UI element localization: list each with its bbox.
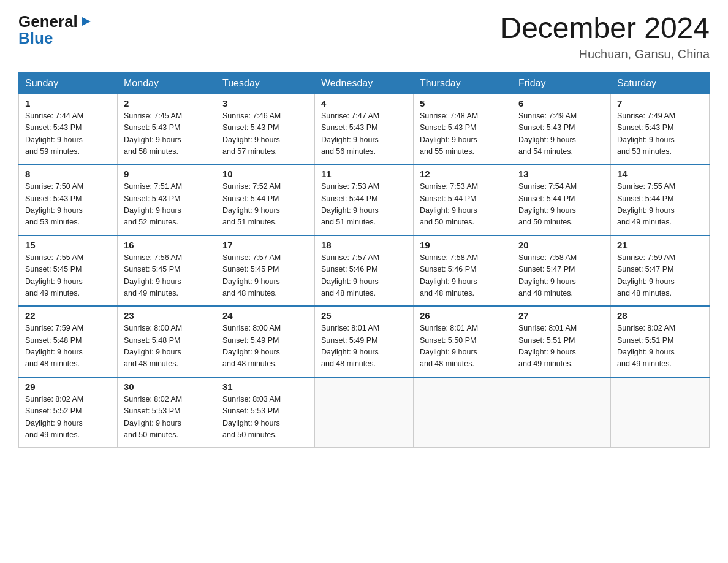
day-number: 7 <box>617 98 703 109</box>
col-header-friday: Friday <box>512 72 611 94</box>
calendar-cell <box>315 377 414 448</box>
calendar-cell: 16 Sunrise: 7:56 AMSunset: 5:45 PMDaylig… <box>118 236 216 307</box>
day-number: 24 <box>222 310 308 321</box>
day-info: Sunrise: 8:02 AMSunset: 5:51 PMDaylight:… <box>617 323 703 370</box>
calendar-cell: 25 Sunrise: 8:01 AMSunset: 5:49 PMDaylig… <box>315 306 414 377</box>
calendar-cell: 7 Sunrise: 7:49 AMSunset: 5:43 PMDayligh… <box>611 94 710 164</box>
day-number: 5 <box>420 98 506 109</box>
day-info: Sunrise: 7:51 AMSunset: 5:43 PMDaylight:… <box>124 181 210 229</box>
calendar-cell <box>611 377 710 448</box>
day-info: Sunrise: 8:02 AMSunset: 5:52 PMDaylight:… <box>25 394 111 442</box>
calendar-cell: 1 Sunrise: 7:44 AMSunset: 5:43 PMDayligh… <box>19 94 118 164</box>
logo: General Blue <box>18 12 92 48</box>
day-number: 18 <box>321 240 407 250</box>
col-header-saturday: Saturday <box>611 72 710 94</box>
calendar-cell: 14 Sunrise: 7:55 AMSunset: 5:44 PMDaylig… <box>611 164 710 236</box>
col-header-monday: Monday <box>118 72 216 94</box>
day-info: Sunrise: 8:01 AMSunset: 5:51 PMDaylight:… <box>518 323 604 370</box>
day-info: Sunrise: 7:49 AMSunset: 5:43 PMDaylight:… <box>617 110 703 158</box>
calendar-cell: 24 Sunrise: 8:00 AMSunset: 5:49 PMDaylig… <box>216 306 315 377</box>
day-number: 2 <box>124 98 210 109</box>
col-header-wednesday: Wednesday <box>315 72 414 94</box>
calendar-cell: 2 Sunrise: 7:45 AMSunset: 5:43 PMDayligh… <box>118 94 216 164</box>
day-info: Sunrise: 7:53 AMSunset: 5:44 PMDaylight:… <box>321 181 407 229</box>
calendar-cell: 5 Sunrise: 7:48 AMSunset: 5:43 PMDayligh… <box>414 94 512 164</box>
calendar-cell: 17 Sunrise: 7:57 AMSunset: 5:45 PMDaylig… <box>216 236 315 307</box>
calendar-cell: 23 Sunrise: 8:00 AMSunset: 5:48 PMDaylig… <box>118 306 216 377</box>
calendar-cell: 27 Sunrise: 8:01 AMSunset: 5:51 PMDaylig… <box>512 306 611 377</box>
col-header-tuesday: Tuesday <box>216 72 315 94</box>
calendar-subtitle: Huchuan, Gansu, China <box>500 47 710 61</box>
day-info: Sunrise: 7:58 AMSunset: 5:47 PMDaylight:… <box>518 252 604 300</box>
day-number: 23 <box>124 310 210 321</box>
calendar-week-row: 8 Sunrise: 7:50 AMSunset: 5:43 PMDayligh… <box>19 164 710 236</box>
day-info: Sunrise: 7:49 AMSunset: 5:43 PMDaylight:… <box>518 110 604 158</box>
calendar-cell: 31 Sunrise: 8:03 AMSunset: 5:53 PMDaylig… <box>216 377 315 448</box>
day-number: 8 <box>25 169 111 179</box>
day-number: 27 <box>518 310 604 321</box>
day-info: Sunrise: 7:53 AMSunset: 5:44 PMDaylight:… <box>420 181 506 229</box>
day-info: Sunrise: 8:00 AMSunset: 5:48 PMDaylight:… <box>124 323 210 370</box>
day-number: 20 <box>518 240 604 250</box>
day-number: 12 <box>420 169 506 179</box>
day-number: 30 <box>124 381 210 392</box>
calendar-week-row: 15 Sunrise: 7:55 AMSunset: 5:45 PMDaylig… <box>19 236 710 307</box>
day-info: Sunrise: 7:47 AMSunset: 5:43 PMDaylight:… <box>321 110 407 158</box>
day-info: Sunrise: 7:56 AMSunset: 5:45 PMDaylight:… <box>124 252 210 300</box>
title-area: December 2024 Huchuan, Gansu, China <box>500 12 710 61</box>
calendar-week-row: 22 Sunrise: 7:59 AMSunset: 5:48 PMDaylig… <box>19 306 710 377</box>
day-number: 15 <box>25 240 111 250</box>
day-number: 16 <box>124 240 210 250</box>
calendar-cell: 4 Sunrise: 7:47 AMSunset: 5:43 PMDayligh… <box>315 94 414 164</box>
calendar-cell: 18 Sunrise: 7:57 AMSunset: 5:46 PMDaylig… <box>315 236 414 307</box>
day-info: Sunrise: 7:55 AMSunset: 5:45 PMDaylight:… <box>25 252 111 300</box>
day-info: Sunrise: 7:55 AMSunset: 5:44 PMDaylight:… <box>617 181 703 229</box>
col-header-sunday: Sunday <box>19 72 118 94</box>
calendar-cell: 29 Sunrise: 8:02 AMSunset: 5:52 PMDaylig… <box>19 377 118 448</box>
day-info: Sunrise: 7:57 AMSunset: 5:45 PMDaylight:… <box>222 252 308 300</box>
day-info: Sunrise: 8:02 AMSunset: 5:53 PMDaylight:… <box>124 394 210 442</box>
day-number: 21 <box>617 240 703 250</box>
calendar-cell: 26 Sunrise: 8:01 AMSunset: 5:50 PMDaylig… <box>414 306 512 377</box>
logo-line2: Blue <box>18 29 53 48</box>
day-info: Sunrise: 8:03 AMSunset: 5:53 PMDaylight:… <box>222 394 308 442</box>
calendar-cell: 22 Sunrise: 7:59 AMSunset: 5:48 PMDaylig… <box>19 306 118 377</box>
day-number: 11 <box>321 169 407 179</box>
calendar-cell: 9 Sunrise: 7:51 AMSunset: 5:43 PMDayligh… <box>118 164 216 236</box>
calendar-cell: 11 Sunrise: 7:53 AMSunset: 5:44 PMDaylig… <box>315 164 414 236</box>
day-number: 29 <box>25 381 111 392</box>
calendar-cell: 19 Sunrise: 7:58 AMSunset: 5:46 PMDaylig… <box>414 236 512 307</box>
header: General Blue December 2024 Huchuan, Gans… <box>18 12 710 61</box>
day-number: 31 <box>222 381 308 392</box>
calendar-cell: 3 Sunrise: 7:46 AMSunset: 5:43 PMDayligh… <box>216 94 315 164</box>
calendar-cell: 28 Sunrise: 8:02 AMSunset: 5:51 PMDaylig… <box>611 306 710 377</box>
calendar-header-row: SundayMondayTuesdayWednesdayThursdayFrid… <box>19 72 710 94</box>
day-info: Sunrise: 7:44 AMSunset: 5:43 PMDaylight:… <box>25 110 111 158</box>
day-number: 14 <box>617 169 703 179</box>
day-number: 9 <box>124 169 210 179</box>
day-number: 17 <box>222 240 308 250</box>
day-info: Sunrise: 7:58 AMSunset: 5:46 PMDaylight:… <box>420 252 506 300</box>
calendar-cell: 10 Sunrise: 7:52 AMSunset: 5:44 PMDaylig… <box>216 164 315 236</box>
day-number: 25 <box>321 310 407 321</box>
logo-arrow-icon <box>81 16 92 29</box>
day-info: Sunrise: 7:59 AMSunset: 5:47 PMDaylight:… <box>617 252 703 300</box>
day-number: 13 <box>518 169 604 179</box>
day-number: 6 <box>518 98 604 109</box>
calendar-week-row: 1 Sunrise: 7:44 AMSunset: 5:43 PMDayligh… <box>19 94 710 164</box>
calendar-cell: 30 Sunrise: 8:02 AMSunset: 5:53 PMDaylig… <box>118 377 216 448</box>
day-info: Sunrise: 8:01 AMSunset: 5:49 PMDaylight:… <box>321 323 407 370</box>
day-number: 3 <box>222 98 308 109</box>
day-info: Sunrise: 7:50 AMSunset: 5:43 PMDaylight:… <box>25 181 111 229</box>
svg-marker-0 <box>82 17 91 26</box>
day-number: 1 <box>25 98 111 109</box>
day-info: Sunrise: 7:59 AMSunset: 5:48 PMDaylight:… <box>25 323 111 370</box>
calendar-title: December 2024 <box>500 12 710 45</box>
calendar-cell: 6 Sunrise: 7:49 AMSunset: 5:43 PMDayligh… <box>512 94 611 164</box>
day-number: 4 <box>321 98 407 109</box>
day-info: Sunrise: 8:00 AMSunset: 5:49 PMDaylight:… <box>222 323 308 370</box>
calendar-cell: 13 Sunrise: 7:54 AMSunset: 5:44 PMDaylig… <box>512 164 611 236</box>
day-info: Sunrise: 8:01 AMSunset: 5:50 PMDaylight:… <box>420 323 506 370</box>
calendar-cell: 12 Sunrise: 7:53 AMSunset: 5:44 PMDaylig… <box>414 164 512 236</box>
day-info: Sunrise: 7:52 AMSunset: 5:44 PMDaylight:… <box>222 181 308 229</box>
